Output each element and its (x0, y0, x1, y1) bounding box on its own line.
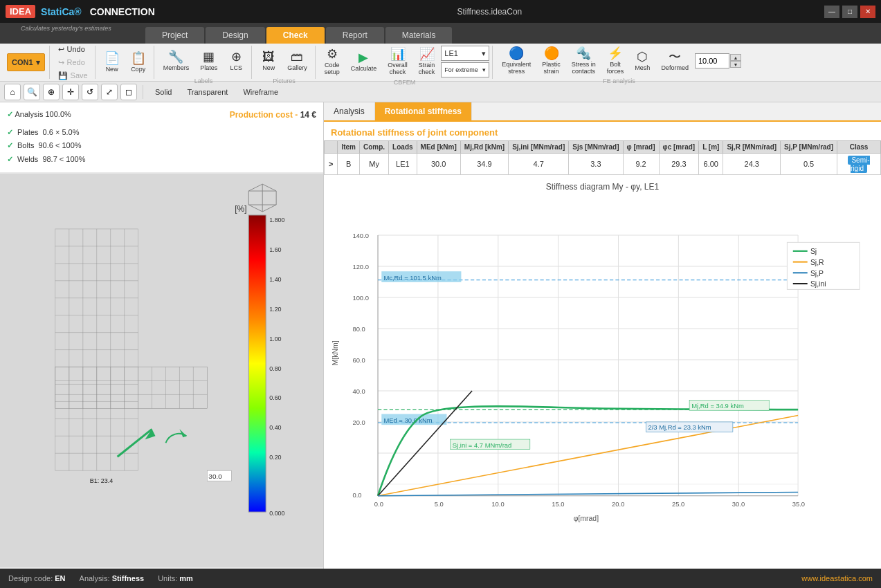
check-row-plates: ✓ Plates 0.6 × 5.0% (7, 126, 316, 140)
home-button[interactable]: ⌂ (4, 84, 21, 100)
spin-up-button[interactable]: ▲ (730, 54, 741, 61)
le1-selector[interactable]: LE1▾ (441, 46, 489, 61)
zoom-button[interactable]: ⊕ (43, 84, 60, 100)
cube-button[interactable]: ◻ (120, 84, 137, 100)
number-input-group: ▲ ▼ (695, 53, 741, 68)
svg-text:0.0: 0.0 (374, 500, 383, 508)
cell-comp: My (360, 154, 389, 175)
lcs-button[interactable]: ⊕ LCS (224, 46, 248, 76)
bolt-forces-button[interactable]: ⚡ Bolt forces (602, 46, 629, 76)
tab-design[interactable]: Design (206, 27, 264, 44)
right-panel: Analysis Rotational stiffness Rotational… (324, 102, 881, 569)
plastic-strain-button[interactable]: 🟠 Plastic strain (537, 46, 565, 76)
con-selector[interactable]: CON1 ▾ (7, 53, 45, 71)
copy-button[interactable]: 📋 Copy (126, 47, 151, 77)
overall-check-button[interactable]: 📊 Overall check (383, 46, 412, 77)
cell-phi: 9.2 (623, 154, 659, 175)
minimize-button[interactable]: — (824, 6, 839, 18)
model-view[interactable]: [%] 1.800 (0, 172, 323, 569)
svg-text:2/3 Mj,Rd = 23.3 kNm: 2/3 Mj,Rd = 23.3 kNm (648, 423, 711, 431)
svg-text:35.0: 35.0 (792, 500, 805, 508)
deformed-button[interactable]: 〜 Deformed (656, 46, 693, 76)
equivalent-stress-button[interactable]: 🔵 Equivalent stress (497, 46, 536, 76)
for-extreme-selector[interactable]: For extreme▾ (441, 62, 489, 77)
app-name: StatiCa® (41, 6, 82, 17)
con-selector-section: CON1 ▾ (3, 46, 50, 79)
move-button[interactable]: ✛ (62, 84, 79, 100)
save-button[interactable]: 💾Save (54, 70, 92, 82)
check-row-bolts: ✓ Bolts 90.6 < 100% (7, 139, 316, 153)
svg-text:Mj,Rd = 34.9 kNm: Mj,Rd = 34.9 kNm (691, 402, 744, 410)
refresh-button[interactable]: ↺ (82, 84, 98, 100)
tab-materials[interactable]: Materials (385, 27, 453, 44)
col-class: Class (837, 141, 881, 154)
undo-button[interactable]: ↩Undo (54, 44, 92, 55)
cell-loads: LE1 (389, 154, 417, 175)
col-mjrd: Mj,Rd [kNm] (460, 141, 508, 154)
units-value: mm (179, 574, 193, 582)
percent-label: [%] (235, 204, 246, 214)
svg-text:1.40: 1.40 (269, 276, 281, 283)
statusbar: Design code: EN Analysis: Stiffness Unit… (0, 569, 881, 588)
fit-button[interactable]: ⤢ (101, 84, 118, 100)
tab-rotational-stiffness[interactable]: Rotational stiffness (375, 102, 472, 120)
wireframe-button[interactable]: Wireframe (237, 85, 284, 99)
solid-button[interactable]: Solid (149, 85, 178, 99)
cell-sjs: 3.3 (569, 154, 623, 175)
svg-text:30.0: 30.0 (732, 500, 745, 508)
tab-project[interactable]: Project (145, 27, 204, 44)
svg-text:0.000: 0.000 (269, 510, 284, 517)
pictures-section-label: Pictures (273, 77, 296, 84)
plates-button[interactable]: ▦ Plates (195, 46, 222, 76)
svg-text:1.20: 1.20 (269, 306, 281, 313)
svg-text:0.60: 0.60 (269, 394, 281, 401)
units-item: Units: mm (158, 574, 193, 582)
code-setup-button[interactable]: ⚙ Code setup (320, 46, 345, 77)
pictures-section: 🖼 New 🗃 Gallery Pictures (253, 46, 316, 79)
tab-report[interactable]: Report (326, 27, 384, 44)
design-code-value: EN (55, 574, 65, 582)
cell-item: B (338, 154, 360, 175)
calculate-button[interactable]: ▶ Calculate (346, 46, 382, 77)
svg-text:100.0: 100.0 (352, 294, 369, 302)
logo-icon: IDEA (6, 5, 35, 18)
members-button[interactable]: 🔧 Members (158, 46, 194, 76)
cbfem-section: ⚙ Code setup ▶ Calculate 📊 Overall check… (317, 46, 493, 79)
transparent-button[interactable]: Transparent (181, 85, 234, 99)
new-button[interactable]: 📄 New (100, 47, 125, 77)
svg-text:40.0: 40.0 (352, 387, 365, 395)
svg-text:1.00: 1.00 (269, 336, 281, 342)
svg-rect-1 (248, 215, 266, 512)
svg-text:Sj: Sj (810, 248, 817, 255)
mesh-button[interactable]: ⬡ Mesh (630, 46, 655, 76)
strain-check-button[interactable]: 📈 Strain check (414, 46, 440, 77)
close-button[interactable]: ✕ (860, 6, 875, 18)
search-button[interactable]: 🔍 (24, 84, 40, 100)
result-tabs: Analysis Rotational stiffness (324, 102, 881, 122)
col-sjs: Sjs [MNm/rad] (569, 141, 623, 154)
cell-sjp: 0.5 (781, 154, 837, 175)
svg-text:0.40: 0.40 (269, 424, 281, 431)
maximize-button[interactable]: □ (842, 6, 857, 18)
website-link[interactable]: www.ideastatica.com (801, 574, 873, 582)
new-picture-button[interactable]: 🖼 New (256, 46, 281, 76)
tab-analysis[interactable]: Analysis (324, 102, 375, 120)
stress-contacts-button[interactable]: 🔩 Stress in contacts (567, 46, 601, 76)
svg-text:15.0: 15.0 (552, 500, 564, 508)
redo-button[interactable]: ↪Redo (54, 57, 92, 68)
col-expand (325, 141, 338, 154)
undo-redo-section: ↩Undo ↪Redo 💾Save (51, 46, 96, 79)
stiffness-header: Rotational stiffness of joint component (324, 122, 881, 140)
expand-button[interactable]: > (329, 160, 333, 168)
model-svg: [%] 1.800 (0, 172, 323, 569)
svg-text:5.0: 5.0 (435, 500, 444, 508)
spin-down-button[interactable]: ▼ (730, 61, 741, 68)
check-row-analysis: ✓ Analysis 100.0% (7, 108, 71, 123)
tab-check[interactable]: Check (266, 27, 325, 44)
logo-area: IDEA StatiCa® CONNECTION (6, 5, 155, 18)
number-input[interactable] (695, 53, 729, 68)
diagram-area: Stiffness diagram My - φy, LE1 (324, 175, 881, 569)
gallery-button[interactable]: 🗃 Gallery (282, 46, 312, 76)
cbfem-section-label: CBFEM (394, 79, 416, 86)
col-item: Item (338, 141, 360, 154)
